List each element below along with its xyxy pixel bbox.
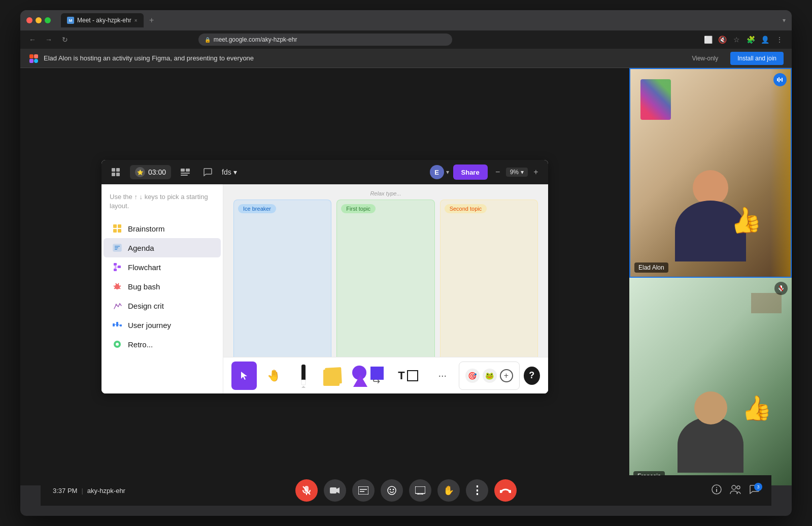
sidebar-item-bug-bash[interactable]: Bug bash <box>104 277 221 296</box>
canvas-label: Relax type... <box>370 190 401 196</box>
figma-grid-icon <box>112 168 120 176</box>
svg-rect-7 <box>181 173 190 174</box>
sidebar-item-retro[interactable]: Retro... <box>104 335 221 354</box>
person-elad: 👍 <box>660 165 761 277</box>
svg-rect-51 <box>358 486 368 495</box>
sidebar-item-brainstorm[interactable]: Brainstorm <box>104 219 221 238</box>
figma-bottom-toolbar: 🤚 <box>223 357 548 393</box>
svg-rect-8 <box>181 175 188 176</box>
flowchart-label: Flowchart <box>128 263 161 272</box>
minimize-button[interactable] <box>36 17 42 23</box>
camera-button[interactable] <box>324 479 346 502</box>
second-topic-tag: Second topic <box>445 204 487 213</box>
zoom-in-button[interactable]: + <box>530 166 542 178</box>
first-topic-tag: First topic <box>341 204 376 213</box>
more-tools-button[interactable]: ··· <box>430 361 454 390</box>
filename-text: fds <box>222 168 231 176</box>
people-button[interactable] <box>730 485 741 497</box>
person-francois: 👍 <box>660 384 761 485</box>
extensions-puzzle-icon[interactable]: 🧩 <box>745 34 757 46</box>
sidebar-item-user-journey[interactable]: User journey <box>104 315 221 335</box>
hand-icon: 🤚 <box>267 369 281 382</box>
elad-name: Elad Alon <box>638 264 664 271</box>
svg-rect-38 <box>301 380 306 385</box>
profile-icon[interactable]: 👤 <box>759 34 771 46</box>
speaker-indicator <box>773 73 787 86</box>
zoom-out-button[interactable]: − <box>492 166 504 178</box>
flowchart-icon <box>112 261 123 273</box>
body-francois: 👍 <box>678 417 743 473</box>
ice-breaker-tag: Ice breaker <box>238 204 276 213</box>
address-bar[interactable]: 🔒 meet.google.com/aky-hzpk-ehr <box>198 34 452 46</box>
add-plugin-button[interactable]: + <box>500 369 513 382</box>
figma-menu-button[interactable] <box>108 164 124 180</box>
bookmark-icon[interactable]: ☆ <box>731 34 743 46</box>
sticky-notes-tool[interactable] <box>320 361 346 390</box>
info-button[interactable] <box>712 484 722 497</box>
text-tools-group[interactable]: T <box>390 361 426 390</box>
meeting-controls-center: ✋ ⋮ <box>295 479 517 502</box>
more-options-button[interactable]: ⋮ <box>466 479 488 502</box>
video-content-francois: 👍 Fran <box>629 278 792 485</box>
pen-tool[interactable] <box>291 361 316 390</box>
sidebar-item-agenda[interactable]: Agenda <box>104 238 221 257</box>
forward-button[interactable]: → <box>43 34 55 46</box>
avatar-dropdown[interactable]: ▾ <box>446 169 449 176</box>
sidebar-item-flowchart[interactable]: Flowchart <box>104 257 221 277</box>
svg-point-36 <box>116 343 119 346</box>
svg-line-25 <box>114 286 115 286</box>
filename-dropdown-icon: ▾ <box>233 168 237 176</box>
captions-button[interactable] <box>352 479 375 502</box>
meeting-time-display: 3:37 PM | aky-hzpk-ehr <box>53 487 125 495</box>
view-only-button[interactable]: View-only <box>685 52 725 65</box>
close-button[interactable] <box>26 17 32 23</box>
banner-message: Elad Alon is hosting an activity using F… <box>44 54 680 62</box>
bug-bash-icon <box>112 281 123 292</box>
zoom-value[interactable]: 9% ▾ <box>506 168 528 177</box>
retro-label: Retro... <box>128 340 153 349</box>
figma-share-button[interactable]: Share <box>453 165 488 180</box>
help-button[interactable]: ? <box>524 367 540 385</box>
figma-canvas[interactable]: Relax type... Ice breaker First topic Se… <box>223 184 548 393</box>
agenda-icon <box>112 242 123 253</box>
figma-comments-button[interactable] <box>199 164 216 180</box>
shapes-tool[interactable]: ↪ <box>350 361 386 390</box>
svg-point-54 <box>388 486 396 495</box>
zoom-dropdown-icon: ▾ <box>521 169 524 176</box>
emoji-button[interactable] <box>381 479 403 502</box>
back-button[interactable]: ← <box>26 34 39 46</box>
install-and-join-button[interactable]: Install and join <box>730 52 784 65</box>
hand-tool[interactable]: 🤚 <box>261 361 286 390</box>
cursor-tool[interactable] <box>231 361 257 390</box>
svg-rect-10 <box>118 224 121 228</box>
active-tab[interactable]: M Meet - aky-hzpk-ehr × <box>61 13 144 27</box>
figma-activity-banner: Elad Alon is hosting an activity using F… <box>20 49 792 68</box>
agenda-preview: Ice breaker First topic Second topic <box>233 200 538 383</box>
extensions-icon[interactable]: ⬜ <box>702 34 715 46</box>
figma-view-toggle[interactable] <box>177 164 193 180</box>
brainstorm-icon <box>112 223 123 234</box>
menu-icon[interactable]: ⋮ <box>773 34 786 46</box>
mute-tab-icon[interactable]: 🔇 <box>717 34 729 46</box>
sidebar-item-design-crit[interactable]: Design crit <box>104 296 221 315</box>
meeting-right-controls: 3 <box>712 484 759 497</box>
separator: | <box>81 487 83 495</box>
svg-point-56 <box>393 489 394 490</box>
raise-hand-button[interactable]: ✋ <box>437 479 460 502</box>
browser-actions: ⬜ 🔇 ☆ 🧩 👤 ⋮ <box>702 34 786 46</box>
mic-button[interactable] <box>295 479 318 502</box>
present-button[interactable] <box>409 479 431 502</box>
new-tab-button[interactable]: + <box>146 14 158 26</box>
figma-filename[interactable]: fds ▾ <box>222 168 237 176</box>
maximize-button[interactable] <box>45 17 51 23</box>
reload-button[interactable]: ↻ <box>59 34 71 46</box>
svg-rect-2 <box>34 54 38 58</box>
tab-scroll-arrow[interactable]: ▾ <box>783 17 786 24</box>
hangup-button[interactable] <box>494 479 517 502</box>
svg-line-24 <box>118 283 119 285</box>
tab-close-button[interactable]: × <box>134 18 138 23</box>
main-content-area: ⭐ 03:00 <box>20 68 792 485</box>
chat-button[interactable]: 3 <box>749 485 759 497</box>
plugins-group[interactable]: 🎯 🐸 + <box>459 361 520 390</box>
figma-timer[interactable]: ⭐ 03:00 <box>130 165 171 179</box>
